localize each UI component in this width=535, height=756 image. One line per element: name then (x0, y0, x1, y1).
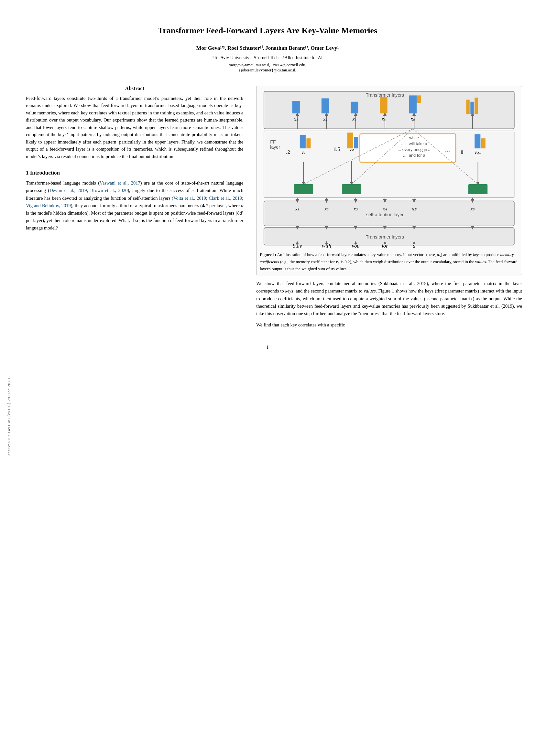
figure-1: Transformer layers (256, 86, 522, 275)
svg-rect-8 (293, 101, 300, 114)
svg-text:x₃: x₃ (353, 206, 358, 211)
svg-rect-47 (294, 184, 313, 194)
svg-text:x₁: x₁ (294, 116, 298, 122)
arxiv-label: arXiv:2012.14913v1 [cs.CL] 29 Dec 2020 (7, 378, 12, 455)
affil-3: ³Allen Institute for AI (283, 55, 323, 60)
svg-rect-34 (354, 137, 358, 148)
svg-rect-48 (342, 184, 361, 194)
abstract-text: Feed-forward layers constitute two-third… (26, 95, 243, 160)
svg-text:v₁: v₁ (301, 149, 306, 155)
svg-text:you: you (351, 243, 360, 248)
affil-1: ¹Tel Aviv University (212, 55, 249, 60)
ref-sukhbaatar: Sukhbaatar et al., 2015 (380, 281, 427, 286)
figure-1-caption: Figure 1: An illustration of how a feed-… (260, 252, 519, 272)
svg-rect-31 (300, 135, 306, 148)
svg-text:···: ··· (420, 148, 425, 155)
svg-text:... every once in a: ... every once in a (398, 147, 431, 152)
svg-rect-14 (466, 99, 470, 114)
svg-rect-32 (307, 138, 311, 148)
svg-text:x₄: x₄ (381, 116, 385, 122)
intro-right-p2: We find that each key correlates with a … (256, 321, 522, 329)
ref-sukhbaatar2: Sukhbaatar et al. (2019) (468, 304, 514, 309)
svg-rect-11 (380, 97, 387, 114)
figure-1-caption-text: An illustration of how a feed-forward la… (260, 252, 518, 271)
section1-heading: 1 Introduction (26, 170, 243, 176)
svg-rect-33 (348, 132, 353, 148)
svg-text:x₁: x₁ (295, 206, 299, 211)
svg-text:···: ··· (445, 148, 450, 155)
svg-rect-10 (351, 102, 358, 114)
ref-vaswani: Vaswani et al., 2017 (99, 180, 140, 185)
ref-brown: Brown et al., 2020 (90, 188, 127, 193)
svg-text:x₅: x₅ (412, 206, 417, 211)
svg-text:self-attention layer: self-attention layer (366, 212, 404, 217)
svg-text:1.5: 1.5 (333, 146, 340, 152)
svg-text:FF: FF (270, 139, 276, 145)
svg-rect-15 (471, 102, 474, 114)
svg-text:Transformer layers: Transformer layers (366, 234, 404, 239)
svg-rect-49 (468, 184, 488, 194)
svg-text:x₄: x₄ (383, 206, 387, 211)
svg-text:x₃: x₃ (352, 116, 356, 122)
ref-devlin: Devlin et al., 2019 (49, 188, 87, 193)
svg-rect-16 (475, 97, 478, 114)
figure-1-svg: Transformer layers (260, 89, 519, 248)
svg-rect-9 (322, 98, 329, 113)
abstract-heading: Abstract (26, 86, 243, 92)
svg-text:... it will take a: ... it will take a (401, 141, 428, 146)
ref-clark: Clark et al., 2019 (209, 196, 242, 201)
affil-2: ²Cornell Tech (254, 55, 278, 60)
svg-text:x₅: x₅ (470, 206, 475, 211)
paper-title: Transformer Feed-Forward Layers Are Key-… (26, 26, 509, 36)
authors-line: Mor Geva¹ʳ³, Roei Schuster¹ʲ, Jonathan B… (26, 44, 509, 51)
ref-vig: Vig and Belinkov, 2019 (26, 203, 71, 208)
ref-voita: Voita et al., 2019 (173, 196, 206, 201)
intro-right-text: We show that feed-forward layers emulate… (256, 280, 522, 329)
intro-right-p1: We show that feed-forward layers emulate… (256, 280, 522, 317)
svg-text:0: 0 (461, 149, 464, 155)
affiliations: ¹Tel Aviv University ²Cornell Tech ³Alle… (26, 55, 509, 61)
svg-text:x₂: x₂ (324, 206, 329, 211)
svg-text:x₂: x₂ (323, 116, 327, 122)
svg-text:x₅: x₅ (411, 116, 415, 122)
svg-text:while: while (409, 135, 419, 140)
svg-text:.2: .2 (286, 149, 291, 155)
section1-text-p1: Transformer-based language models (Vaswa… (26, 179, 243, 232)
svg-rect-13 (417, 95, 421, 103)
svg-text:layer: layer (270, 145, 280, 149)
svg-rect-35 (475, 134, 481, 148)
page-number: 1 (26, 345, 509, 350)
svg-rect-12 (409, 95, 417, 113)
emails: morgeva@mail.tau.ac.il, rs864@cornell.ed… (26, 62, 509, 73)
svg-rect-36 (481, 138, 486, 148)
